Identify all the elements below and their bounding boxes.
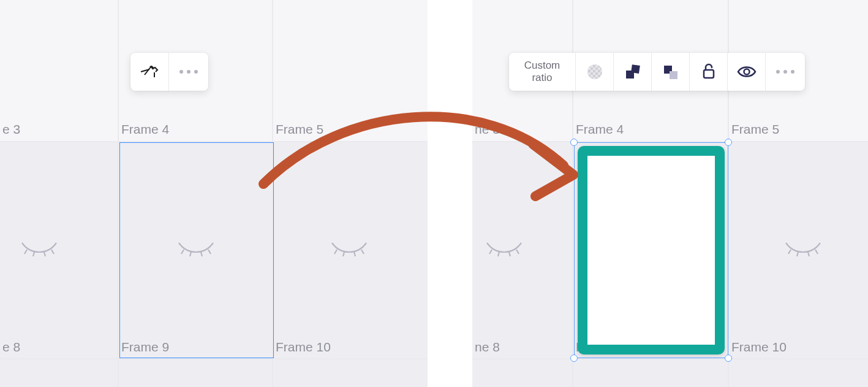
frame-label[interactable]: ne 3 [475, 122, 500, 137]
resize-handle-br[interactable] [725, 354, 732, 362]
right-canvas-pane[interactable]: ne 3 Frame 4 Frame 5 ne 8 Frame 9 Frame … [472, 0, 868, 387]
context-toolbar: Custom ratio [509, 53, 805, 91]
frame-label[interactable]: Frame 4 [576, 122, 624, 137]
unlock-icon [701, 63, 717, 81]
checker-transparency-icon [586, 63, 604, 81]
canvas-bottom-band [0, 358, 428, 387]
grid-line [0, 358, 428, 359]
more-icon [179, 70, 183, 74]
bring-forward-icon [624, 63, 642, 80]
frame-label[interactable]: Frame 4 [121, 122, 169, 137]
svg-rect-29 [704, 70, 714, 78]
more-icon [791, 70, 794, 74]
custom-ratio-button[interactable]: Custom ratio [509, 53, 576, 91]
svg-point-30 [744, 69, 749, 75]
frame-label[interactable]: Frame 5 [276, 122, 323, 137]
resize-handle-tl[interactable] [570, 139, 578, 146]
frame-label[interactable]: e 3 [2, 122, 20, 137]
frame-label[interactable]: Frame 10 [731, 340, 787, 354]
more-icon [776, 70, 780, 74]
grid-line [118, 0, 119, 387]
pointer-tool-icon [139, 63, 160, 81]
more-icon [187, 70, 191, 74]
more-icon [783, 70, 787, 74]
svg-rect-26 [626, 71, 634, 79]
frame-selection-outline[interactable] [119, 142, 274, 358]
frame-label[interactable]: Frame 10 [276, 340, 331, 354]
lock-button[interactable] [690, 53, 728, 91]
bring-forward-button[interactable] [614, 53, 652, 91]
visibility-button[interactable] [728, 53, 766, 91]
frame-label[interactable]: e 8 [2, 340, 20, 354]
resize-handle-bl[interactable] [570, 354, 578, 362]
card-border [584, 152, 719, 348]
frame-label[interactable]: ne 8 [475, 340, 500, 354]
grid-line [472, 358, 868, 359]
left-canvas-pane[interactable]: e 3 Frame 4 Frame 5 e 8 Frame 9 Frame 10 [0, 0, 428, 387]
frame-label[interactable]: Frame 5 [731, 122, 779, 137]
custom-ratio-label: Custom ratio [518, 59, 567, 83]
visibility-icon [737, 64, 757, 79]
canvas-bottom-band [472, 358, 868, 387]
more-icon [194, 70, 198, 74]
card[interactable]: HEALTH AND SAFETY That day my hands were… [578, 146, 725, 354]
canvas-top-band [0, 0, 428, 141]
tool-button[interactable] [130, 53, 169, 91]
card-selection[interactable]: HEALTH AND SAFETY That day my hands were… [574, 142, 728, 358]
svg-point-24 [587, 64, 602, 79]
context-toolbar [130, 53, 208, 91]
transparency-button[interactable] [576, 53, 614, 91]
more-button[interactable] [766, 53, 805, 91]
send-backward-icon [662, 63, 680, 80]
more-button[interactable] [169, 53, 208, 91]
send-backward-button[interactable] [652, 53, 690, 91]
svg-rect-28 [670, 71, 677, 79]
resize-handle-tr[interactable] [725, 139, 732, 146]
